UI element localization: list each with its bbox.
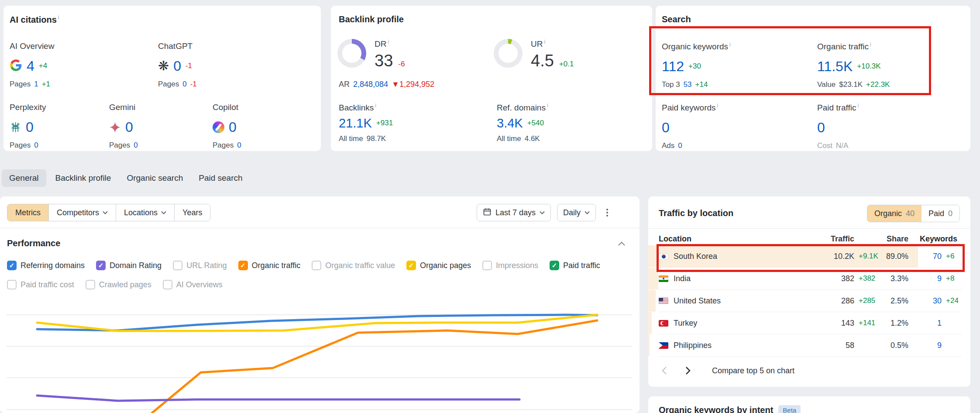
dr-metric: DRi 33-6 xyxy=(375,39,405,70)
ahrefs-overview-dashboard: AI citationsi AI Overview 4 +4 Pages1+1 … xyxy=(0,0,980,413)
ref-domains-value[interactable]: 3.4K xyxy=(497,116,523,131)
flag-philippines-icon xyxy=(659,342,668,349)
checkbox-icon xyxy=(96,261,106,270)
checkbox-paid-traffic-cost[interactable]: Paid traffic cost xyxy=(7,280,74,289)
checkbox-domain-rating[interactable]: Domain Rating xyxy=(96,261,162,270)
beta-badge: Beta xyxy=(778,405,801,413)
ai-overview-diff: +4 xyxy=(39,62,47,70)
ahrefs-rank-drop: ▼1,294,952 xyxy=(392,80,434,89)
info-icon[interactable]: i xyxy=(58,14,59,21)
checkbox-paid-traffic[interactable]: Paid traffic xyxy=(550,261,600,270)
divider xyxy=(648,228,970,229)
intent-panel-title: Organic keywords by intent Beta xyxy=(659,405,801,413)
search-card: Search Organic keywordsi 112+30 Top 353+… xyxy=(656,6,970,151)
info-icon[interactable]: i xyxy=(857,103,859,109)
collapse-chevron-up-icon[interactable] xyxy=(618,240,626,248)
info-icon[interactable]: i xyxy=(388,39,389,45)
ai-overview-value[interactable]: 4 xyxy=(27,58,34,74)
gemini-value[interactable]: 0 xyxy=(125,119,133,135)
metrics-button[interactable]: Metrics xyxy=(7,204,49,221)
perplexity-icon xyxy=(10,121,21,133)
backlinks-value[interactable]: 21.1K xyxy=(339,116,372,131)
traffic-by-location-title: Traffic by location xyxy=(659,208,733,218)
checkbox-organic-traffic-value[interactable]: Organic traffic value xyxy=(312,261,395,270)
metric-organic-traffic: Organic traffici 11.5K+10.3K Value$23.1K… xyxy=(817,41,890,89)
table-row-philippines[interactable]: Philippines 58 0.5% 9 xyxy=(659,334,962,357)
prev-page-chevron-left-icon[interactable] xyxy=(659,364,670,378)
copilot-icon xyxy=(213,121,224,133)
calendar-icon xyxy=(483,207,492,218)
checkbox-icon xyxy=(550,261,559,270)
table-row-south-korea[interactable]: South Korea 10.2K +9.1K 89.0% 70 +6 xyxy=(659,245,962,268)
google-icon xyxy=(10,59,22,73)
checkbox-referring-domains[interactable]: Referring domains xyxy=(7,261,85,270)
info-icon[interactable]: i xyxy=(717,103,719,109)
chart-settings-group: Metrics Competitors Locations Years xyxy=(7,204,210,221)
checkbox-organic-pages[interactable]: Organic pages xyxy=(406,261,471,270)
organic-keywords-value[interactable]: 112 xyxy=(662,59,684,75)
location-table: South Korea 10.2K +9.1K 89.0% 70 +6 Indi… xyxy=(648,245,970,357)
checkbox-icon xyxy=(7,280,17,289)
backlink-profile-title: Backlink profile xyxy=(339,14,404,24)
metric-checkbox-list: Referring domains Domain Rating URL Rati… xyxy=(7,256,600,294)
toggle-paid[interactable]: Paid0 xyxy=(922,205,959,222)
share-bar xyxy=(648,290,656,312)
ai-citations-card: AI citationsi AI Overview 4 +4 Pages1+1 … xyxy=(3,6,321,151)
toggle-organic[interactable]: Organic40 xyxy=(867,205,922,222)
overview-tabs: General Backlink profile Organic search … xyxy=(2,169,249,187)
tab-organic-search[interactable]: Organic search xyxy=(120,169,189,187)
metric-organic-keywords: Organic keywordsi 112+30 Top 353+14 xyxy=(662,41,731,89)
tab-general[interactable]: General xyxy=(2,169,46,187)
share-bar xyxy=(648,334,650,356)
tab-paid-search[interactable]: Paid search xyxy=(192,169,249,187)
ahrefs-rank-value[interactable]: 2,848,084 xyxy=(353,80,388,89)
checkbox-impressions[interactable]: Impressions xyxy=(482,261,538,270)
granularity-dropdown[interactable]: Daily xyxy=(557,204,596,221)
metric-perplexity: Perplexity 0 Pages0 xyxy=(10,103,46,150)
paid-keywords-value[interactable]: 0 xyxy=(662,120,670,136)
table-row-turkey[interactable]: Turkey 143 +141 1.2% 1 xyxy=(659,312,962,334)
years-button[interactable]: Years xyxy=(175,204,210,221)
checkbox-url-rating[interactable]: URL Rating xyxy=(173,261,227,270)
competitors-dropdown[interactable]: Competitors xyxy=(49,204,116,221)
locations-dropdown[interactable]: Locations xyxy=(116,204,175,221)
traffic-by-location-panel: Traffic by location Organic40 Paid0 Loca… xyxy=(648,196,970,387)
table-row-india[interactable]: India 382 +382 3.3% 9 +8 xyxy=(659,268,962,290)
share-bar xyxy=(648,268,658,289)
organic-traffic-value[interactable]: 11.5K xyxy=(817,59,853,75)
ai-citations-title: AI citationsi xyxy=(10,14,59,25)
metric-ref-domains: Ref. domainsi 3.4K+540 All time4.6K xyxy=(497,103,548,143)
compare-top5-link[interactable]: Compare top 5 on chart xyxy=(712,366,794,375)
share-bar xyxy=(648,312,652,334)
flag-south-korea-icon xyxy=(659,253,668,260)
table-row-united-states[interactable]: United States 286 +285 2.5% 30 +24 xyxy=(659,290,962,312)
info-icon[interactable]: i xyxy=(544,39,545,45)
date-range-dropdown[interactable]: Last 7 days xyxy=(477,204,551,221)
next-page-chevron-right-icon[interactable] xyxy=(683,364,694,378)
chatgpt-diff: -1 xyxy=(186,62,192,70)
info-icon[interactable]: i xyxy=(870,41,871,48)
perplexity-value[interactable]: 0 xyxy=(26,119,34,135)
checkbox-organic-traffic[interactable]: Organic traffic xyxy=(238,261,301,270)
chevron-down-icon xyxy=(585,211,590,214)
ahrefs-rank-row: AR 2,848,084 ▼1,294,952 xyxy=(339,80,434,89)
chart-line-domain-rating xyxy=(37,396,519,401)
gemini-icon xyxy=(109,121,121,133)
flag-india-icon xyxy=(659,275,668,282)
metric-ai-overview: AI Overview 4 +4 Pages1+1 xyxy=(10,41,54,89)
performance-panel: Metrics Competitors Locations Years Last… xyxy=(0,196,640,413)
performance-line-chart[interactable] xyxy=(0,301,640,413)
paid-traffic-value[interactable]: 0 xyxy=(817,120,825,136)
chatgpt-value[interactable]: 0 xyxy=(173,58,181,74)
info-icon[interactable]: i xyxy=(547,103,548,109)
more-options-kebab-icon[interactable] xyxy=(602,206,612,219)
info-icon[interactable]: i xyxy=(375,103,376,109)
tab-backlink-profile[interactable]: Backlink profile xyxy=(49,169,118,187)
ur-metric: URi 4.5+0.1 xyxy=(531,39,574,70)
checkbox-icon xyxy=(86,280,95,289)
checkbox-ai-overviews[interactable]: AI Overviews xyxy=(163,280,223,289)
metric-gemini: Gemini 0 Pages0 xyxy=(109,103,138,150)
checkbox-crawled-pages[interactable]: Crawled pages xyxy=(86,280,151,289)
info-icon[interactable]: i xyxy=(729,41,731,48)
copilot-value[interactable]: 0 xyxy=(229,119,237,135)
